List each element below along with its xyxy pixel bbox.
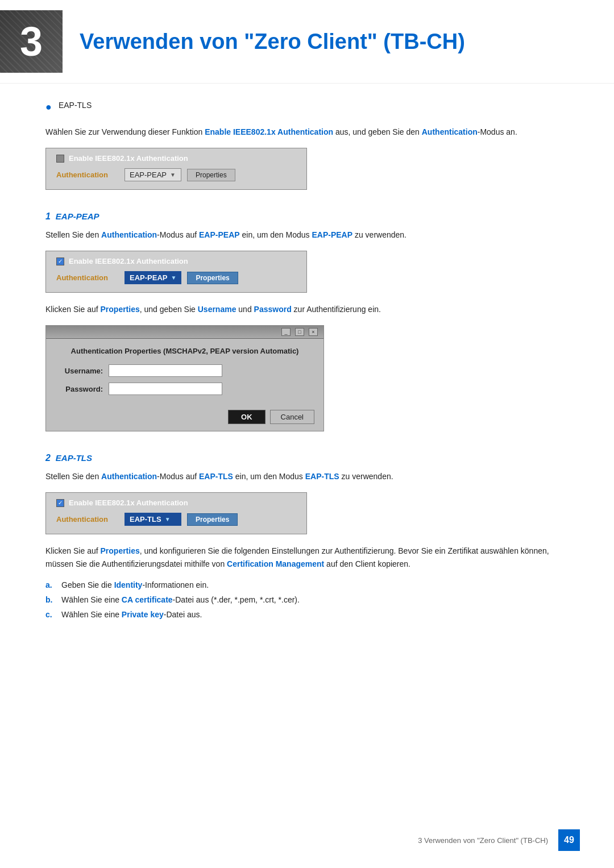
ui-label-auth-unchecked: Authentication [56,171,119,179]
s1-middle2: ein, um den Modus [240,230,312,239]
ui-dropdown-eappeap-unchecked[interactable]: EAP-PEAP ▼ [125,168,181,181]
ui-box-unchecked: Enable IEEE802.1x Authentication Authent… [45,148,307,190]
intro-bold2: Authentication [422,127,478,136]
properties-btn-eappeap[interactable]: Properties [187,272,238,284]
intro-bold1: Enable IEEE802.1x Authentication [205,127,333,136]
dropdown-value-unchecked: EAP-PEAP [130,171,167,179]
section2-number: 2 EAP-TLS [45,453,92,463]
auth-dialog-title: Authentication Properties (MSCHAPv2, PEA… [57,347,312,355]
s2-bold2: EAP-TLS [199,472,233,481]
section2-click-para: Klicken Sie auf Properties, und konfigur… [45,545,569,571]
dropdown-arrow-eaptls: ▼ [165,516,171,522]
alpha-bold-b: CA certificate [122,595,173,604]
alpha-text-c: Wählen Sie eine Private key-Datei aus. [61,610,202,619]
password-field-row: Password: [57,383,312,395]
checkbox-checked-eappeap[interactable] [56,258,64,265]
username-input[interactable] [109,364,222,377]
footer-text: 3 Verwenden von "Zero Client" (TB-CH) [418,836,548,845]
dialog-cancel-btn[interactable]: Cancel [270,410,314,424]
chapter-number-box: 3 [0,10,63,73]
alpha-text-a: Geben Sie die Identity-Informationen ein… [61,580,209,589]
intro-before: Wählen Sie zur Verwendung dieser Funktio… [45,127,205,136]
ui-box-title-eaptls: Enable IEEE802.1x Authentication [69,499,188,507]
ui-row-checked-eappeap: Authentication EAP-PEAP ▼ Properties [56,271,296,284]
s1-click-middle: , und geben Sie [140,305,198,314]
s2-after: zu verwenden. [339,472,393,481]
ui-box-checked-eappeap: Enable IEEE802.1x Authentication Authent… [45,251,307,293]
s1-after: zu verwenden. [352,230,406,239]
section2-para: Stellen Sie den Authentication-Modus auf… [45,470,569,483]
bullet-dot: ● [45,101,52,113]
ui-dropdown-eaptls[interactable]: EAP-TLS ▼ [125,513,181,526]
checkbox-checked-eaptls[interactable] [56,499,64,507]
dialog-ok-btn[interactable]: OK [228,410,265,424]
s1-click-bold3: Password [254,305,292,314]
s2-before: Stellen Sie den [45,472,101,481]
s1-before: Stellen Sie den [45,230,101,239]
dropdown-value-eappeap: EAP-PEAP [130,273,167,282]
dialog-close-btn[interactable]: × [309,328,318,336]
dialog-maximize-btn[interactable]: □ [295,328,304,336]
s1-click-bold1: Properties [101,305,140,314]
s2-middle: -Modus auf [157,472,199,481]
alpha-text-b: Wählen Sie eine CA certificate-Datei aus… [61,595,300,604]
s1-click-bold2: Username [198,305,237,314]
section1-click-para: Klicken Sie auf Properties, und geben Si… [45,303,569,316]
section2-header: 2 EAP-TLS [45,453,569,463]
s2-bold3: EAP-TLS [305,472,339,481]
section1-header: 1 EAP-PEAP [45,211,569,222]
s1-bold1: Authentication [101,230,157,239]
properties-btn-eaptls[interactable]: Properties [187,513,238,526]
ui-label-auth-eaptls: Authentication [56,515,119,524]
alpha-list-item-c: c. Wählen Sie eine Private key-Datei aus… [45,610,569,619]
s2-middle2: ein, um den Modus [233,472,305,481]
page-header: 3 Verwenden von "Zero Client" (TB-CH) [0,0,614,84]
s1-click-middle2: und [236,305,254,314]
checkbox-unchecked[interactable] [56,155,64,163]
username-field-row: Username: [57,364,312,377]
s1-bold3: EAP-PEAP [312,230,352,239]
alpha-list: a. Geben Sie die Identity-Informationen … [45,580,569,619]
s1-middle: -Modus auf [157,230,199,239]
s1-click-before: Klicken Sie auf [45,305,101,314]
ui-dropdown-eappeap-checked[interactable]: EAP-PEAP ▼ [125,271,181,284]
username-label: Username: [57,367,103,375]
alpha-label-c: c. [45,610,56,619]
ui-box-title-row-eaptls: Enable IEEE802.1x Authentication [56,499,296,507]
bullet-item-eaptls: ● EAP-TLS [45,101,569,113]
page-footer: 3 Verwenden von "Zero Client" (TB-CH) 49 [418,829,580,851]
intro-after: -Modus an. [478,127,517,136]
s2-click-bold1: Properties [101,546,140,555]
main-content: ● EAP-TLS Wählen Sie zur Verwendung dies… [0,84,614,659]
dropdown-arrow-unchecked: ▼ [170,172,176,178]
alpha-bold-a: Identity [114,580,143,589]
s2-bold1: Authentication [101,472,157,481]
ui-box-title-row: Enable IEEE802.1x Authentication [56,154,296,163]
alpha-label-b: b. [45,595,56,604]
section1-title: EAP-PEAP [56,211,99,221]
alpha-label-a: a. [45,580,56,589]
properties-btn-unchecked[interactable]: Properties [187,169,235,181]
ui-box-title-checked-eappeap: Enable IEEE802.1x Authentication [69,257,188,265]
ui-box-title-row-checked: Enable IEEE802.1x Authentication [56,257,296,265]
alpha-bold-c: Private key [122,610,164,619]
s2-click-bold2: Certification Management [227,559,324,568]
auth-dialog: _ □ × Authentication Properties (MSCHAPv… [45,325,324,431]
chapter-title: Verwenden von "Zero Client" (TB-CH) [63,30,580,54]
section1-para: Stellen Sie den Authentication-Modus auf… [45,229,569,242]
password-input[interactable] [109,383,222,395]
ui-box-title-unchecked: Enable IEEE802.1x Authentication [69,154,188,163]
intro-paragraph: Wählen Sie zur Verwendung dieser Funktio… [45,126,569,139]
bullet-text: EAP-TLS [59,101,92,110]
dropdown-arrow-eappeap: ▼ [171,275,176,281]
auth-dialog-titlebar: _ □ × [46,326,323,339]
ui-label-auth-checked-eappeap: Authentication [56,273,119,282]
s1-click-after: zur Authentifizierung ein. [292,305,381,314]
section1-number: 1 EAP-PEAP [45,211,99,221]
ui-row-eaptls: Authentication EAP-TLS ▼ Properties [56,513,296,526]
auth-dialog-content: Authentication Properties (MSCHAPv2, PEA… [46,339,323,406]
alpha-list-item-b: b. Wählen Sie eine CA certificate-Datei … [45,595,569,604]
alpha-list-item-a: a. Geben Sie die Identity-Informationen … [45,580,569,589]
dialog-minimize-btn[interactable]: _ [281,328,291,336]
auth-dialog-footer: OK Cancel [46,406,323,431]
